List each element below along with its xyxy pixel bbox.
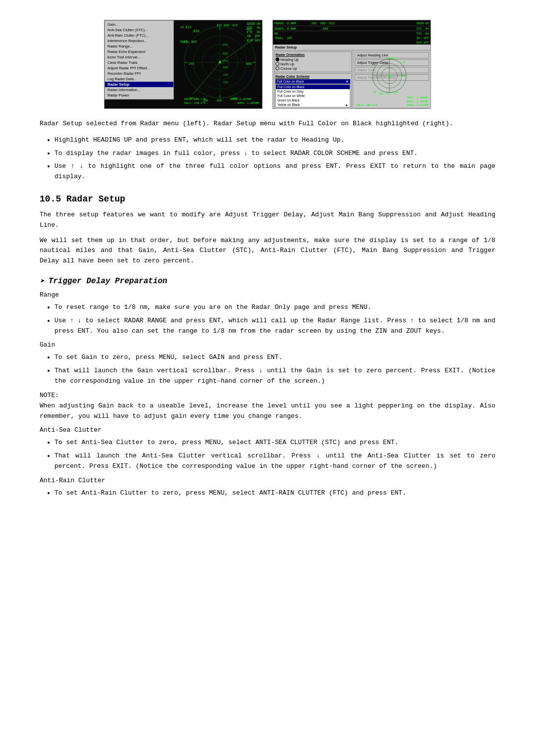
svg-text:.060: .060 [221, 52, 228, 55]
color-option-4: Green on Black [276, 98, 350, 102]
menu-clear-trails: Clear Radar Trails [105, 60, 173, 65]
right-hud-bar5: EXP OFF [273, 40, 430, 45]
svg-text:.090: .090 [221, 66, 228, 69]
gain-label: Gain [40, 341, 495, 349]
course-up-label: Course Up [280, 67, 297, 70]
color-dropdown-selected: Full Color on Black ▼ [275, 79, 350, 84]
adjust-mainbang-btn[interactable]: Adjust Main Bang Suppression [355, 108, 429, 109]
svg-line-28 [193, 62, 220, 95]
trigger-delay-heading: ➤ Trigger Delay Preparation [40, 276, 495, 286]
left-trail-text: TRAIL OFF [180, 40, 197, 44]
menu-interference: Interference Rejection... [105, 38, 173, 44]
section-10-5-heading: 10.5 Radar Setup [40, 194, 495, 204]
color-selected-text: Full Color on Black [277, 80, 304, 83]
menu-radar-power: Radar Power [105, 93, 173, 98]
section-10-5-para1: The three setup features we want to modi… [40, 210, 495, 231]
range-bullet-list: To reset range to 1/8 nm, make sure you … [54, 302, 495, 336]
radar-menu-panel: Gain... Anti-Sea Clutter (STC)... Anti-R… [105, 20, 174, 100]
trigger-delay-title: Trigger Delay Preparation [49, 277, 167, 286]
svg-text:180: 180 [378, 92, 383, 95]
svg-text:000: 000 [389, 57, 394, 59]
anti-sea-bullet-1: To set Anti-Sea Clutter to zero, press M… [54, 438, 495, 448]
screenshots-row: Gain... Anti-Sea Clutter (STC)... Anti-R… [40, 20, 495, 109]
gain-bullet-2: That will launch the Gain vertical scrol… [54, 366, 495, 387]
svg-text:345: 345 [216, 23, 222, 27]
menu-ftc: Anti-Rain Clutter (FTC)... [105, 33, 173, 38]
menu-log-data: Log Radar Data... [105, 76, 173, 82]
radar-setup-header: Radar Setup [273, 45, 430, 50]
menu-echo-expansion: Radar Echo Expansion [105, 49, 173, 54]
setup-right-panel: Adjust Heading Line Adjust Trigger Delay… [353, 50, 430, 109]
range-label: Range [40, 291, 495, 299]
right-hud-bar4: TRAIL OFF IR OFF [273, 36, 430, 40]
color-option-1: Full Color on Black [276, 85, 350, 89]
right-bottom-hud: VRM3: 5.000NM VRM2: 2.595NM VRM1: 2.432N… [407, 96, 428, 107]
svg-text:EBL3: 086.1°R: EBL3: 086.1°R [184, 98, 206, 101]
color-scheme-title: Radar Color Scheme [275, 75, 350, 78]
menu-gain: Gain... [105, 22, 173, 27]
arrow-icon: ➤ [40, 276, 45, 286]
left-hud-topright: GAIN 0% STC 0% FTC 0% IR OFF EXP OFF [247, 22, 261, 43]
color-dropdown-list: Full Color on Black Full Color on Gray F… [275, 84, 350, 107]
svg-text:.105: .105 [221, 73, 228, 76]
radio-north-up: North Up [275, 62, 350, 66]
bullet-2: To display the radar images in full colo… [54, 149, 495, 159]
svg-text:015: 015 [232, 23, 238, 27]
orientation-title: Radar Orientation [275, 53, 350, 56]
svg-text:.045: .045 [221, 43, 228, 46]
svg-text:VRM1: 1.865NM: VRM1: 1.865NM [237, 101, 259, 104]
section-10-5-para2: We will set them up in that order, but b… [40, 236, 495, 266]
svg-text:VRM3: 2.622NM: VRM3: 2.622NM [230, 98, 252, 101]
gain-bullet-list: To set Gain to zero, press MENU, select … [54, 353, 495, 386]
right-hud-bar: RANGE: 0.0NM 345 000 015 GAIN 0% [273, 20, 430, 26]
anti-sea-label: Anti-Sea Clutter [40, 426, 495, 434]
bullet-1: Highlight HEADING UP and press ENT, whic… [54, 135, 495, 146]
right-screenshot: RANGE: 0.0NM 345 000 015 GAIN 0% RINGS: … [272, 20, 431, 109]
note-text: When adjusting Gain back to a useable le… [40, 401, 495, 422]
setup-body: Radar Orientation Heading Up North Up [273, 50, 430, 109]
range-bullet-1: To reset range to 1/8 nm, make sure you … [54, 302, 495, 313]
color-scheme-box: Radar Color Scheme Full Color on Black ▼… [274, 73, 352, 109]
intro-bullet-list: Highlight HEADING UP and press ENT, whic… [54, 135, 495, 182]
radio-heading-up: Heading Up [275, 57, 350, 61]
left-screenshot: Gain... Anti-Sea Clutter (STC)... Anti-R… [104, 20, 263, 109]
right-hud-bar3: MU FTC 0% [273, 31, 430, 36]
anti-rain-bullet-1: To set Anti-Rain Clutter to zero, press … [54, 488, 495, 499]
note-label: NOTE: [40, 392, 495, 399]
menu-recenter: Recenter Radar PPI [105, 71, 173, 76]
left-radar-screen: Gain... Anti-Sea Clutter (STC)... Anti-R… [105, 20, 262, 108]
svg-text:030: 030 [401, 61, 405, 64]
svg-text:165: 165 [386, 92, 390, 95]
color-option-3: Full Color on White [276, 94, 350, 98]
bullet-3: Use ↑ ↓ to highlight one of the three fu… [54, 161, 495, 182]
heading-up-label: Heading Up [280, 58, 299, 61]
color-option-5: Yellow on Black▲ [276, 102, 350, 107]
range-bullet-2: Use ↑ ↓ to select RADAR RANGE and press … [54, 316, 495, 337]
gain-bullet-1: To set Gain to zero, press MENU, select … [54, 353, 495, 363]
orientation-box: Radar Orientation Heading Up North Up [274, 51, 352, 72]
radio-filled [275, 57, 279, 61]
right-bottom-ebl: EBL3: 090.6°R [356, 103, 377, 107]
menu-radar-info: Radar Information... [105, 87, 173, 93]
right-radar-mini: 345 000 015 030 090 150 165 180 195 [371, 57, 408, 95]
menu-range: Radar Range... [105, 44, 173, 49]
page-content: Gain... Anti-Sea Clutter (STC)... Anti-R… [40, 20, 495, 499]
radio-empty2 [275, 66, 279, 70]
menu-radar-setup: Radar Setup [105, 82, 173, 87]
anti-sea-bullet-list: To set Anti-Sea Clutter to zero, press M… [54, 438, 495, 471]
svg-text:015: 015 [394, 57, 398, 59]
menu-stc: Anti-Sea Clutter (STC)... [105, 27, 173, 33]
anti-sea-bullet-2: That will launch the Anti-Sea Clutter ve… [54, 451, 495, 472]
svg-text:EBL1: 138.5°R: EBL1: 138.5°R [184, 101, 206, 104]
setup-left-panel: Radar Orientation Heading Up North Up [273, 50, 353, 109]
color-option-2: Full Color on Gray [276, 89, 350, 94]
intro-paragraph: Radar Setup selected from Radar menu (le… [40, 119, 495, 129]
svg-text:150: 150 [394, 91, 398, 94]
svg-text:.120: .120 [221, 81, 228, 84]
svg-text:270: 270 [189, 62, 194, 65]
anti-rain-label: Anti-Rain Clutter [40, 477, 495, 484]
anti-rain-bullet-list: To set Anti-Rain Clutter to zero, press … [54, 488, 495, 499]
radio-empty [275, 62, 279, 66]
radio-course-up: Course Up [275, 66, 350, 70]
north-up-label: North Up [280, 62, 294, 66]
